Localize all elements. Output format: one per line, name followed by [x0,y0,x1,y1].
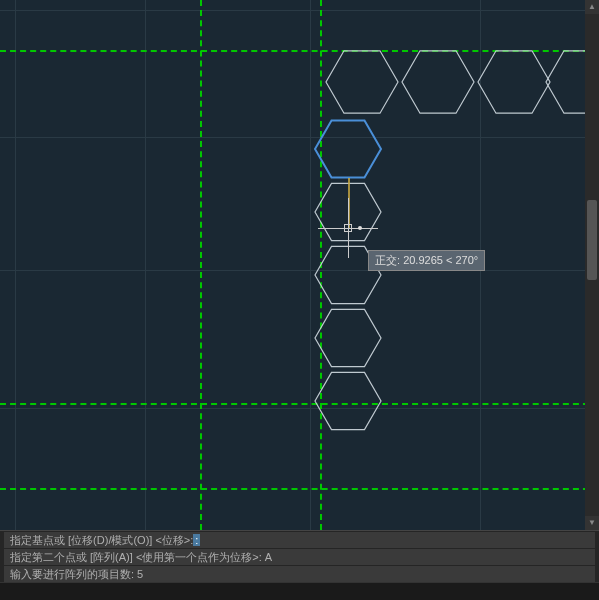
command-history-line-1: 指定基点或 [位移(D)/模式(O)] <位移>:: [4,532,595,548]
tooltip-angle: 270° [455,254,478,266]
hexagon-shape[interactable] [402,51,474,113]
coordinate-tooltip: 正交: 20.9265 < 270° [368,250,485,271]
command-history-line-3[interactable]: 输入要进行阵列的项目数: 5 [4,566,595,582]
tooltip-distance: 20.9265 [403,254,443,266]
hexagon-shape[interactable] [315,309,381,366]
tooltip-label: 正交: [375,254,400,266]
drawing-canvas[interactable]: 正交: 20.9265 < 270° ▲ ▼ [0,0,599,530]
vertical-scrollbar[interactable]: ▲ ▼ [585,0,599,530]
hexagon-shape[interactable] [315,120,381,177]
scroll-down-arrow[interactable]: ▼ [585,516,599,530]
tooltip-separator: < [446,254,455,266]
command-history-line-2: 指定第二个点或 [阵列(A)] <使用第一个点作为位移>: A [4,549,595,565]
hexagon-shape[interactable] [478,51,550,113]
scroll-up-arrow[interactable]: ▲ [585,0,599,14]
scrollbar-thumb[interactable] [587,200,597,280]
hexagon-shape[interactable] [326,51,398,113]
hexagon-shape[interactable] [315,372,381,429]
snap-point-indicator [358,226,362,230]
crosshair-pickbox [344,224,352,232]
geometry-layer [0,0,599,530]
command-panel: 指定基点或 [位移(D)/模式(O)] <位移>:: 指定第二个点或 [阵列(A… [0,530,599,582]
status-bar [0,582,599,600]
